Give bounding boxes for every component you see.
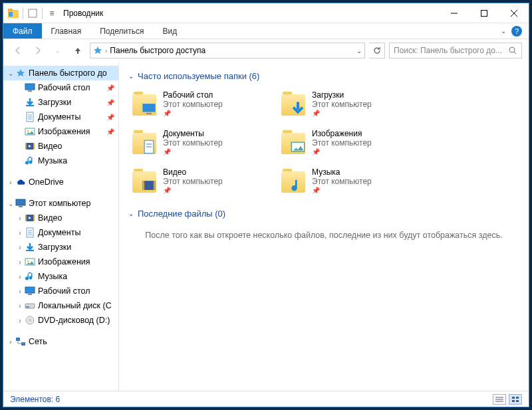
svg-point-18: [27, 130, 29, 132]
folder-tile[interactable]: Документы Этот компьютер 📌: [128, 126, 268, 158]
refresh-button[interactable]: [369, 43, 385, 58]
sidebar-onedrive[interactable]: › OneDrive: [3, 175, 118, 189]
navigation-pane: ⌄ Панель быстрого до Рабочий стол📌Загруз…: [3, 62, 119, 391]
svg-rect-1: [8, 9, 13, 11]
minimize-button[interactable]: [439, 3, 469, 23]
sidebar-pc-item[interactable]: ›Документы: [3, 225, 118, 240]
sidebar-pc-item[interactable]: ›Загрузки: [3, 240, 118, 255]
sidebar-pc-item[interactable]: ›DVD-дисковод (D:): [3, 313, 118, 328]
chevron-right-icon[interactable]: ›: [15, 258, 25, 266]
disk-icon: [25, 300, 35, 311]
status-item-count: Элементов: 6: [10, 395, 60, 404]
video-icon: [25, 141, 35, 152]
nav-forward-button[interactable]: [30, 43, 46, 58]
svg-rect-40: [16, 338, 20, 341]
folder-tile[interactable]: Рабочий стол Этот компьютер 📌: [128, 88, 268, 120]
svg-rect-60: [516, 400, 519, 402]
chevron-right-icon[interactable]: ›: [15, 215, 25, 222]
onedrive-icon: [15, 177, 26, 187]
address-dropdown-icon[interactable]: ⌄: [356, 47, 362, 54]
folder-tile[interactable]: Загрузки Этот компьютер 📌: [277, 88, 417, 120]
chevron-right-icon[interactable]: ›: [15, 244, 25, 251]
close-button[interactable]: [499, 3, 529, 23]
folder-name: Изображения: [312, 129, 372, 138]
chevron-right-icon[interactable]: ›: [6, 338, 15, 346]
sidebar-quick-item[interactable]: Документы📌: [3, 110, 118, 124]
svg-rect-23: [19, 206, 23, 207]
folder-location: Этот компьютер: [312, 138, 372, 148]
folder-tile[interactable]: Изображения Этот компьютер 📌: [277, 126, 417, 158]
chevron-down-icon[interactable]: ⌄: [6, 200, 15, 207]
svg-rect-53: [154, 181, 156, 190]
sidebar-pc-item[interactable]: ›Рабочий стол: [3, 284, 118, 298]
help-icon[interactable]: ?: [511, 26, 522, 37]
ribbon-tab-share[interactable]: Поделиться: [90, 23, 153, 39]
maximize-button[interactable]: [469, 3, 499, 23]
sidebar-pc-item[interactable]: ›Локальный диск (C: [3, 298, 118, 313]
sidebar-quick-item[interactable]: Видео: [3, 139, 118, 154]
svg-rect-58: [516, 397, 519, 399]
sidebar-pc-item[interactable]: ›Изображения: [3, 255, 118, 269]
explorer-icon: [7, 7, 19, 19]
view-details-button[interactable]: [493, 394, 506, 405]
nav-back-button[interactable]: [10, 43, 26, 58]
chevron-right-icon[interactable]: ›: [15, 288, 25, 295]
ribbon-tab-view[interactable]: Вид: [153, 23, 186, 39]
group-recent-files[interactable]: ⌄ Последние файлы (0): [128, 209, 519, 219]
ribbon-tab-file[interactable]: Файл: [3, 23, 42, 39]
folder-icon: [131, 129, 158, 155]
desktop-icon: [25, 286, 35, 296]
documents-icon: [25, 112, 35, 122]
folder-location: Этот компьютер: [312, 100, 372, 109]
folder-tile[interactable]: Музыка Этот компьютер 📌: [277, 165, 417, 197]
chevron-right-icon[interactable]: ›: [15, 302, 25, 310]
nav-history-dropdown[interactable]: ⌄: [50, 43, 66, 58]
sidebar-pc-item[interactable]: ›Музыка: [3, 269, 118, 284]
pin-icon: 📌: [312, 187, 372, 194]
search-input[interactable]: Поиск: Панель быстрого до...: [389, 43, 522, 58]
sidebar-quick-item[interactable]: Изображения📌: [3, 124, 118, 139]
documents-icon: [25, 227, 35, 238]
ribbon-expand-icon[interactable]: ⌄: [501, 27, 506, 35]
pin-icon: 📌: [163, 110, 223, 117]
chevron-right-icon[interactable]: ›: [15, 317, 25, 324]
chevron-right-icon[interactable]: ›: [15, 273, 25, 280]
folder-icon: [280, 90, 307, 117]
svg-rect-12: [26, 105, 34, 106]
chevron-down-icon[interactable]: ⌄: [6, 70, 15, 77]
network-icon: [15, 336, 26, 347]
sidebar-quick-access[interactable]: ⌄ Панель быстрого до: [3, 66, 118, 80]
chevron-right-icon[interactable]: ›: [15, 229, 25, 237]
sidebar-quick-item[interactable]: Рабочий стол📌: [3, 80, 118, 95]
address-bar[interactable]: › Панель быстрого доступа ⌄: [90, 43, 365, 58]
folder-name: Видео: [163, 167, 223, 177]
ribbon-tab-home[interactable]: Главная: [42, 23, 91, 39]
svg-point-33: [27, 260, 29, 262]
nav-up-button[interactable]: [70, 43, 86, 58]
quick-access-toolbar-new-folder[interactable]: [27, 7, 39, 19]
svg-rect-22: [16, 199, 25, 205]
pin-icon: 📌: [163, 148, 223, 155]
svg-rect-26: [33, 215, 35, 221]
sidebar-this-pc[interactable]: ⌄ Этот компьютер: [3, 196, 118, 211]
svg-rect-37: [26, 306, 29, 308]
group-frequent-folders[interactable]: ⌄ Часто используемые папки (6): [128, 71, 519, 81]
ribbon: Файл Главная Поделиться Вид ⌄ ?: [3, 23, 529, 39]
pin-icon: 📌: [163, 187, 223, 194]
folder-icon: [131, 90, 158, 117]
svg-rect-46: [146, 113, 152, 114]
folder-name: Документы: [163, 129, 223, 138]
pin-icon: 📌: [106, 128, 114, 136]
folder-tile[interactable]: Видео Этот компьютер 📌: [128, 165, 268, 197]
quick-access-toolbar-dropdown[interactable]: ≡: [46, 7, 58, 19]
svg-rect-25: [25, 215, 27, 221]
view-large-icons-button[interactable]: [509, 394, 522, 405]
sidebar-quick-item[interactable]: Музыка: [3, 154, 118, 168]
chevron-right-icon[interactable]: ›: [6, 179, 15, 186]
dvd-icon: [25, 315, 35, 326]
sidebar-quick-item[interactable]: Загрузки📌: [3, 95, 118, 110]
sidebar-pc-item[interactable]: ›Видео: [3, 211, 118, 225]
sidebar-network[interactable]: › Сеть: [3, 334, 118, 349]
pin-icon: 📌: [106, 84, 114, 92]
music-icon: [25, 155, 35, 166]
